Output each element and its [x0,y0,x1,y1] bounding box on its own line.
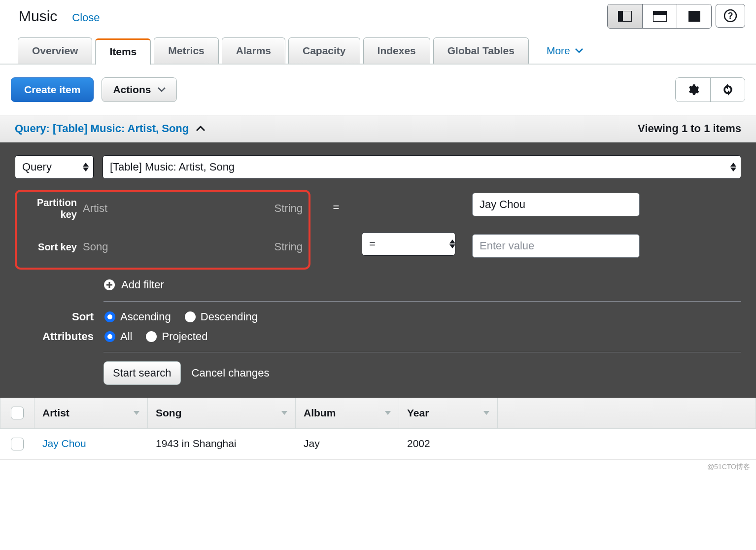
tab-alarms[interactable]: Alarms [222,37,285,64]
sort-caret-icon [385,411,391,415]
partition-operator: = [333,197,340,218]
partition-key-label: Partition key [23,197,77,220]
attr-projected-label: Projected [162,330,207,343]
row-checkbox[interactable] [11,438,24,450]
page-title: Music [19,8,57,25]
sort-desc-label: Descending [201,310,258,323]
select-all-checkbox[interactable] [11,407,24,419]
add-filter-button[interactable]: Add filter [103,278,741,291]
sort-caret-icon [134,411,139,415]
table-row: Jay Chou 1943 in Shanghai Jay 2002 [0,429,756,460]
keys-highlight-box: Partition key Artist String Sort key Son… [15,190,310,270]
tab-more-label: More [547,45,570,57]
col-song[interactable]: Song [148,398,296,428]
query-header-title: Query: [Table] Music: Artist, Song [15,122,189,135]
sort-key-name: Song [83,241,269,253]
attr-all-radio[interactable]: All [104,330,132,343]
viewing-count: Viewing 1 to 1 items [638,122,741,135]
sort-value-input[interactable] [472,234,640,258]
col-album[interactable]: Album [296,398,399,428]
svg-text:?: ? [728,11,733,21]
select-caret-icon [449,240,455,248]
query-table-select[interactable]: [Table] Music: Artist, Song [103,155,741,179]
chevron-down-icon [158,87,166,92]
partition-key-name: Artist [83,202,269,215]
watermark: @51CTO博客 [0,460,756,475]
svg-marker-17 [281,411,287,415]
sort-caret-icon [281,411,287,415]
tab-more[interactable]: More [539,38,591,64]
cancel-changes-link[interactable]: Cancel changes [192,367,270,379]
tab-bar: Overview Items Metrics Alarms Capacity I… [0,37,756,65]
col-artist[interactable]: Artist [34,398,148,428]
sort-asc-label: Ascending [120,310,171,323]
tab-capacity[interactable]: Capacity [288,37,360,64]
col-spacer [498,398,756,428]
col-song-label: Song [156,407,182,419]
actions-dropdown[interactable]: Actions [102,77,177,102]
refresh-button[interactable] [710,78,745,102]
svg-marker-9 [730,163,736,167]
col-album-label: Album [304,407,336,419]
tab-metrics[interactable]: Metrics [154,37,219,64]
col-year[interactable]: Year [399,398,498,428]
results-table: Artist Song Album Year Jay Chou 1943 in … [0,398,756,460]
sort-asc-radio[interactable]: Ascending [104,310,171,323]
sort-desc-radio[interactable]: Descending [185,310,258,323]
sort-section-label: Sort [15,310,94,323]
tab-indexes[interactable]: Indexes [363,37,430,64]
create-item-button[interactable]: Create item [11,77,94,102]
chevron-down-icon [575,48,583,53]
select-all-header[interactable] [0,398,34,428]
svg-rect-3 [653,11,667,15]
select-caret-icon [730,163,736,172]
svg-rect-4 [688,11,700,22]
close-link[interactable]: Close [72,11,100,24]
add-filter-label: Add filter [121,278,164,291]
svg-marker-16 [134,411,139,415]
col-artist-label: Artist [42,407,69,419]
plus-circle-icon [103,279,115,291]
layout-sidebar-icon[interactable] [608,4,642,28]
select-caret-icon [83,163,89,172]
refresh-icon [721,83,735,96]
sort-key-type: String [275,241,303,253]
layout-bottom-icon[interactable] [642,4,677,28]
layout-full-icon[interactable] [677,4,711,28]
svg-marker-12 [449,244,455,248]
partition-value-input[interactable] [472,193,640,216]
attributes-section-label: Attributes [15,330,94,343]
gear-icon [687,83,699,96]
cell-album: Jay [296,429,399,459]
svg-rect-1 [618,11,623,22]
svg-marker-19 [483,411,489,415]
col-year-label: Year [407,407,429,419]
attr-all-label: All [120,330,132,343]
partition-key-type: String [275,202,303,215]
svg-marker-10 [730,168,736,172]
query-toggle[interactable]: Query: [Table] Music: Artist, Song [15,122,206,135]
actions-dropdown-label: Actions [113,84,151,96]
tab-overview[interactable]: Overview [18,37,92,64]
cell-song: 1943 in Shanghai [148,429,296,459]
cell-artist-link[interactable]: Jay Chou [42,438,86,449]
attr-projected-radio[interactable]: Projected [146,330,207,343]
chevron-up-icon [196,126,206,132]
query-mode-select[interactable]: Query [15,155,94,179]
sort-caret-icon [483,411,489,415]
cell-year: 2002 [399,429,498,459]
settings-button[interactable] [676,78,710,102]
svg-marker-18 [385,411,391,415]
svg-marker-11 [449,240,455,243]
tab-global-tables[interactable]: Global Tables [433,37,529,64]
start-search-button[interactable]: Start search [103,361,181,385]
help-icon[interactable]: ? [716,4,745,28]
sort-key-label: Sort key [23,241,77,253]
svg-marker-8 [83,168,89,172]
sort-operator-select[interactable]: = [362,232,455,256]
svg-marker-7 [83,163,89,167]
tab-items[interactable]: Items [95,38,151,65]
